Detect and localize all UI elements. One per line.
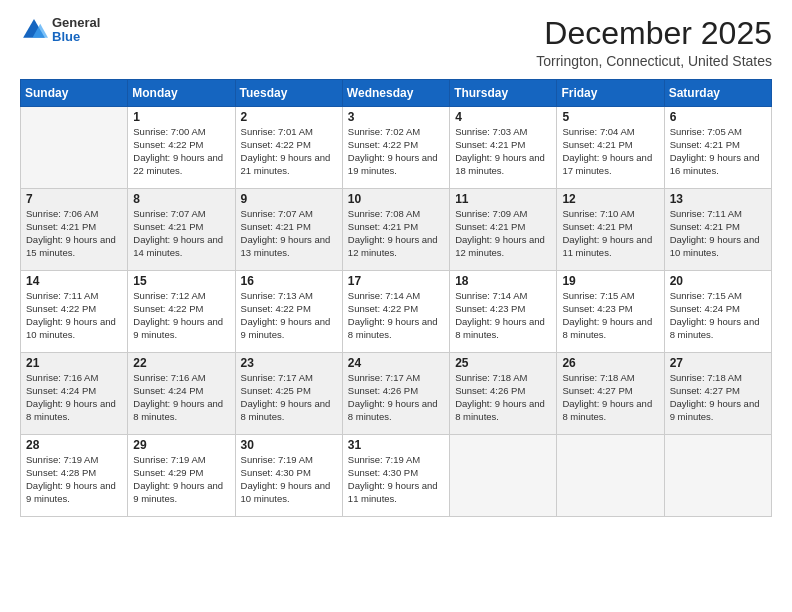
calendar-header-thursday: Thursday [450, 80, 557, 107]
day-info: Sunrise: 7:12 AMSunset: 4:22 PMDaylight:… [133, 290, 229, 341]
day-info: Sunrise: 7:01 AMSunset: 4:22 PMDaylight:… [241, 126, 337, 177]
day-number: 7 [26, 192, 122, 206]
calendar-cell: 12Sunrise: 7:10 AMSunset: 4:21 PMDayligh… [557, 189, 664, 271]
day-info: Sunrise: 7:16 AMSunset: 4:24 PMDaylight:… [133, 372, 229, 423]
day-info: Sunrise: 7:16 AMSunset: 4:24 PMDaylight:… [26, 372, 122, 423]
calendar-cell: 17Sunrise: 7:14 AMSunset: 4:22 PMDayligh… [342, 271, 449, 353]
calendar-cell: 26Sunrise: 7:18 AMSunset: 4:27 PMDayligh… [557, 353, 664, 435]
calendar-cell: 18Sunrise: 7:14 AMSunset: 4:23 PMDayligh… [450, 271, 557, 353]
page: General Blue December 2025 Torrington, C… [0, 0, 792, 612]
day-info: Sunrise: 7:11 AMSunset: 4:22 PMDaylight:… [26, 290, 122, 341]
calendar-cell: 30Sunrise: 7:19 AMSunset: 4:30 PMDayligh… [235, 435, 342, 517]
day-info: Sunrise: 7:14 AMSunset: 4:22 PMDaylight:… [348, 290, 444, 341]
calendar-week-4: 21Sunrise: 7:16 AMSunset: 4:24 PMDayligh… [21, 353, 772, 435]
calendar-cell: 23Sunrise: 7:17 AMSunset: 4:25 PMDayligh… [235, 353, 342, 435]
calendar-header-wednesday: Wednesday [342, 80, 449, 107]
day-number: 29 [133, 438, 229, 452]
calendar-cell [664, 435, 771, 517]
calendar-cell: 9Sunrise: 7:07 AMSunset: 4:21 PMDaylight… [235, 189, 342, 271]
day-number: 16 [241, 274, 337, 288]
calendar-cell: 25Sunrise: 7:18 AMSunset: 4:26 PMDayligh… [450, 353, 557, 435]
calendar-cell: 22Sunrise: 7:16 AMSunset: 4:24 PMDayligh… [128, 353, 235, 435]
calendar-header-monday: Monday [128, 80, 235, 107]
day-number: 13 [670, 192, 766, 206]
day-info: Sunrise: 7:19 AMSunset: 4:29 PMDaylight:… [133, 454, 229, 505]
day-info: Sunrise: 7:10 AMSunset: 4:21 PMDaylight:… [562, 208, 658, 259]
day-info: Sunrise: 7:17 AMSunset: 4:25 PMDaylight:… [241, 372, 337, 423]
logo-text: General Blue [52, 16, 100, 45]
day-info: Sunrise: 7:17 AMSunset: 4:26 PMDaylight:… [348, 372, 444, 423]
calendar-table: SundayMondayTuesdayWednesdayThursdayFrid… [20, 79, 772, 517]
day-number: 24 [348, 356, 444, 370]
calendar-cell: 10Sunrise: 7:08 AMSunset: 4:21 PMDayligh… [342, 189, 449, 271]
day-number: 14 [26, 274, 122, 288]
day-info: Sunrise: 7:07 AMSunset: 4:21 PMDaylight:… [241, 208, 337, 259]
day-info: Sunrise: 7:00 AMSunset: 4:22 PMDaylight:… [133, 126, 229, 177]
calendar-cell: 21Sunrise: 7:16 AMSunset: 4:24 PMDayligh… [21, 353, 128, 435]
day-info: Sunrise: 7:18 AMSunset: 4:26 PMDaylight:… [455, 372, 551, 423]
calendar-cell: 8Sunrise: 7:07 AMSunset: 4:21 PMDaylight… [128, 189, 235, 271]
calendar-header-row: SundayMondayTuesdayWednesdayThursdayFrid… [21, 80, 772, 107]
day-info: Sunrise: 7:09 AMSunset: 4:21 PMDaylight:… [455, 208, 551, 259]
calendar-cell: 19Sunrise: 7:15 AMSunset: 4:23 PMDayligh… [557, 271, 664, 353]
calendar-week-5: 28Sunrise: 7:19 AMSunset: 4:28 PMDayligh… [21, 435, 772, 517]
calendar-cell: 3Sunrise: 7:02 AMSunset: 4:22 PMDaylight… [342, 107, 449, 189]
title-block: December 2025 Torrington, Connecticut, U… [536, 16, 772, 69]
day-number: 23 [241, 356, 337, 370]
day-info: Sunrise: 7:02 AMSunset: 4:22 PMDaylight:… [348, 126, 444, 177]
day-info: Sunrise: 7:14 AMSunset: 4:23 PMDaylight:… [455, 290, 551, 341]
calendar-cell: 1Sunrise: 7:00 AMSunset: 4:22 PMDaylight… [128, 107, 235, 189]
day-info: Sunrise: 7:07 AMSunset: 4:21 PMDaylight:… [133, 208, 229, 259]
day-info: Sunrise: 7:04 AMSunset: 4:21 PMDaylight:… [562, 126, 658, 177]
day-number: 2 [241, 110, 337, 124]
day-info: Sunrise: 7:19 AMSunset: 4:30 PMDaylight:… [348, 454, 444, 505]
calendar-cell: 27Sunrise: 7:18 AMSunset: 4:27 PMDayligh… [664, 353, 771, 435]
day-info: Sunrise: 7:05 AMSunset: 4:21 PMDaylight:… [670, 126, 766, 177]
day-number: 26 [562, 356, 658, 370]
logo-icon [20, 16, 48, 44]
calendar-cell: 11Sunrise: 7:09 AMSunset: 4:21 PMDayligh… [450, 189, 557, 271]
day-info: Sunrise: 7:15 AMSunset: 4:23 PMDaylight:… [562, 290, 658, 341]
day-number: 15 [133, 274, 229, 288]
day-number: 31 [348, 438, 444, 452]
day-number: 4 [455, 110, 551, 124]
calendar-cell: 4Sunrise: 7:03 AMSunset: 4:21 PMDaylight… [450, 107, 557, 189]
day-number: 1 [133, 110, 229, 124]
day-info: Sunrise: 7:15 AMSunset: 4:24 PMDaylight:… [670, 290, 766, 341]
location: Torrington, Connecticut, United States [536, 53, 772, 69]
calendar-cell: 20Sunrise: 7:15 AMSunset: 4:24 PMDayligh… [664, 271, 771, 353]
day-number: 8 [133, 192, 229, 206]
header: General Blue December 2025 Torrington, C… [20, 16, 772, 69]
logo-blue-text: Blue [52, 30, 100, 44]
calendar-cell: 6Sunrise: 7:05 AMSunset: 4:21 PMDaylight… [664, 107, 771, 189]
calendar-cell: 16Sunrise: 7:13 AMSunset: 4:22 PMDayligh… [235, 271, 342, 353]
day-number: 6 [670, 110, 766, 124]
calendar-cell: 14Sunrise: 7:11 AMSunset: 4:22 PMDayligh… [21, 271, 128, 353]
day-number: 27 [670, 356, 766, 370]
calendar-cell: 2Sunrise: 7:01 AMSunset: 4:22 PMDaylight… [235, 107, 342, 189]
day-info: Sunrise: 7:18 AMSunset: 4:27 PMDaylight:… [670, 372, 766, 423]
day-number: 5 [562, 110, 658, 124]
calendar-week-2: 7Sunrise: 7:06 AMSunset: 4:21 PMDaylight… [21, 189, 772, 271]
day-number: 22 [133, 356, 229, 370]
calendar-cell: 5Sunrise: 7:04 AMSunset: 4:21 PMDaylight… [557, 107, 664, 189]
calendar-week-1: 1Sunrise: 7:00 AMSunset: 4:22 PMDaylight… [21, 107, 772, 189]
calendar-cell: 7Sunrise: 7:06 AMSunset: 4:21 PMDaylight… [21, 189, 128, 271]
day-info: Sunrise: 7:08 AMSunset: 4:21 PMDaylight:… [348, 208, 444, 259]
day-number: 17 [348, 274, 444, 288]
calendar-cell [450, 435, 557, 517]
day-info: Sunrise: 7:19 AMSunset: 4:28 PMDaylight:… [26, 454, 122, 505]
calendar-cell: 15Sunrise: 7:12 AMSunset: 4:22 PMDayligh… [128, 271, 235, 353]
day-number: 3 [348, 110, 444, 124]
day-number: 9 [241, 192, 337, 206]
day-info: Sunrise: 7:11 AMSunset: 4:21 PMDaylight:… [670, 208, 766, 259]
day-number: 12 [562, 192, 658, 206]
day-info: Sunrise: 7:19 AMSunset: 4:30 PMDaylight:… [241, 454, 337, 505]
day-number: 25 [455, 356, 551, 370]
day-number: 21 [26, 356, 122, 370]
day-number: 11 [455, 192, 551, 206]
day-info: Sunrise: 7:03 AMSunset: 4:21 PMDaylight:… [455, 126, 551, 177]
calendar-cell: 31Sunrise: 7:19 AMSunset: 4:30 PMDayligh… [342, 435, 449, 517]
logo: General Blue [20, 16, 100, 45]
calendar-cell: 28Sunrise: 7:19 AMSunset: 4:28 PMDayligh… [21, 435, 128, 517]
